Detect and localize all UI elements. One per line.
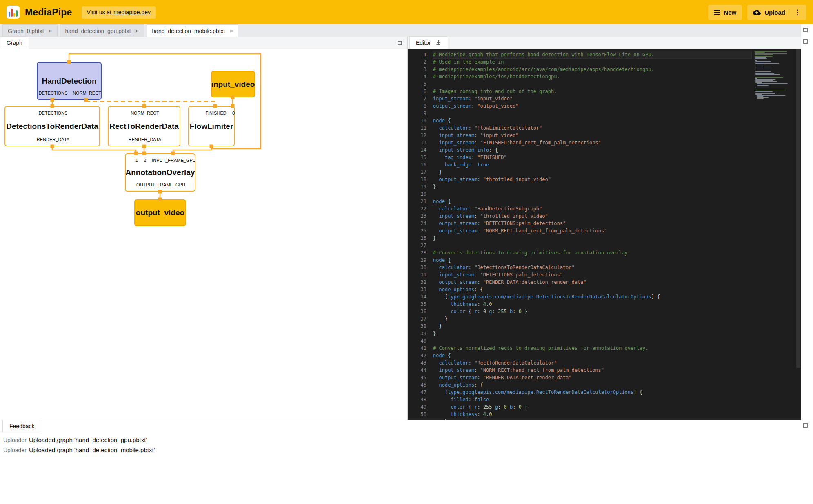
code-line: output_stream: "RENDER_DATA:rect_render_… — [433, 374, 751, 381]
mediapipe-logo-icon — [7, 6, 20, 19]
code-line: input_stream: "NORM_RECT:hand_rect_from_… — [433, 367, 751, 374]
line-number: 16 — [408, 161, 426, 168]
code-line: } — [433, 330, 751, 337]
line-number: 32 — [408, 279, 426, 286]
close-icon[interactable]: × — [229, 28, 233, 34]
editor-code[interactable]: # MediaPipe graph that performs hand det… — [433, 51, 751, 420]
graph-node-DetectionsToRenderData[interactable]: DetectionsToRenderDataDETECTIONSRENDER_D… — [4, 106, 100, 146]
graph-node-AnnotationOverlay[interactable]: AnnotationOverlay12INPUT_FRAME_GPUOUTPUT… — [125, 153, 195, 192]
line-number: 2 — [408, 58, 426, 66]
app-title: MediaPipe — [25, 7, 72, 18]
port-label: RENDER_DATA — [37, 137, 69, 142]
graph-node-RectToRenderData[interactable]: RectToRenderDataNORM_RECTRENDER_DATA — [108, 106, 180, 146]
code-line — [433, 190, 751, 198]
code-line — [433, 242, 751, 249]
line-number: 33 — [408, 286, 426, 293]
line-number: 27 — [408, 242, 426, 249]
minimap-line — [755, 71, 757, 71]
minimap-line — [757, 65, 766, 66]
line-number: 26 — [408, 234, 426, 242]
code-editor[interactable]: 1234567891011121314151617181920212223242… — [408, 49, 801, 420]
line-number: 43 — [408, 359, 426, 367]
graph-node-output_video[interactable]: output_video — [134, 199, 186, 226]
feedback-panel: Feedback UploaderUploaded graph 'hand_de… — [0, 420, 813, 504]
node-title: AnnotationOverlay — [126, 168, 195, 177]
kebab-menu-icon[interactable]: ⋮ — [790, 9, 801, 16]
minimap-line — [755, 51, 787, 52]
line-number: 45 — [408, 374, 426, 381]
minimap-line — [755, 71, 771, 72]
maximize-feedback-icon[interactable] — [803, 423, 808, 428]
code-line: output_stream: "throttled_input_video" — [433, 176, 751, 183]
line-number: 13 — [408, 139, 426, 146]
minimap-line — [755, 73, 771, 73]
new-button[interactable]: New — [708, 5, 742, 20]
editor-minimap[interactable] — [755, 51, 795, 100]
tab-graph[interactable]: Graph — [0, 36, 29, 49]
maximize-graph-icon[interactable] — [398, 41, 402, 45]
minimap-line — [757, 95, 785, 96]
code-line — [433, 337, 751, 345]
file-tab-label: hand_detection_gpu.pbtxt — [65, 28, 131, 34]
line-number: 18 — [408, 176, 426, 183]
code-line: # Converts normalized rects to drawing p… — [433, 345, 751, 352]
line-number: 23 — [408, 212, 426, 220]
code-line: # MediaPipe graph that performs hand det… — [433, 51, 751, 58]
minimap-line — [755, 53, 787, 54]
editor-scrollbar[interactable] — [795, 49, 801, 420]
line-number: 40 — [408, 337, 426, 345]
tab-editor[interactable]: Editor — [409, 36, 448, 49]
maximize-tabbar-icon[interactable] — [803, 28, 808, 32]
graph-panel-header: Graph — [0, 37, 407, 49]
code-line: tag_index: "FINISHED" — [433, 154, 751, 161]
code-line: color { r: 0 g: 255 b: 0 } — [433, 308, 751, 315]
code-line: input_stream: "input_video" — [433, 95, 751, 102]
minimap-line — [755, 60, 757, 61]
line-number: 37 — [408, 315, 426, 323]
code-line: input_stream: "throttled_input_video" — [433, 212, 751, 220]
code-line: thickness: 4.0 — [433, 301, 751, 308]
minimap-line — [755, 69, 755, 69]
upload-button[interactable]: Upload ⋮ — [747, 5, 806, 20]
line-number: 48 — [408, 396, 426, 403]
line-number: 49 — [408, 403, 426, 411]
graph-node-HandDetection[interactable]: HandDetectionDETECTIONSNORM_RECT — [37, 62, 102, 100]
code-line: } — [433, 323, 751, 330]
code-line: back_edge: true — [433, 161, 751, 168]
node-title: HandDetection — [42, 77, 96, 86]
maximize-editor-icon[interactable] — [803, 39, 808, 44]
graph-node-FlowLimiter[interactable]: FlowLimiterFINISHED0 — [188, 106, 235, 146]
graph-node-input_video[interactable]: input_video — [211, 71, 255, 97]
close-icon[interactable]: × — [136, 28, 139, 34]
line-number: 31 — [408, 271, 426, 279]
file-tab[interactable]: Graph_0.pbtxt× — [2, 24, 58, 37]
line-number: 35 — [408, 301, 426, 308]
cloud-upload-icon — [753, 9, 761, 16]
scrollbar-thumb[interactable] — [796, 49, 800, 368]
line-number: 21 — [408, 198, 426, 205]
minimap-line — [755, 61, 771, 62]
visit-chip: Visit us at mediapipe.dev — [82, 6, 156, 19]
visit-text: Visit us at — [87, 9, 111, 15]
code-line: } — [433, 183, 751, 190]
minimap-line — [755, 68, 772, 69]
code-line: [type.googleapis.com/mediapipe.Detection… — [433, 293, 751, 301]
close-icon[interactable]: × — [49, 28, 52, 34]
tab-feedback[interactable]: Feedback — [2, 420, 41, 432]
code-line: input_stream_info: { — [433, 146, 751, 154]
minimap-line — [757, 83, 788, 84]
download-icon[interactable] — [435, 40, 442, 46]
line-number: 11 — [408, 124, 426, 132]
minimap-line — [755, 94, 762, 95]
port-label: RENDER_DATA — [129, 137, 161, 142]
file-tab[interactable]: hand_detection_mobile.pbtxt× — [147, 24, 238, 37]
visit-link[interactable]: mediapipe.dev — [113, 9, 151, 15]
code-line: node { — [433, 352, 751, 359]
graph-canvas[interactable]: HandDetectionDETECTIONSNORM_RECTinput_vi… — [0, 49, 407, 420]
minimap-line — [755, 54, 773, 55]
file-tab[interactable]: hand_detection_gpu.pbtxt× — [60, 24, 144, 37]
minimap-line — [755, 80, 773, 81]
node-title: output_video — [136, 208, 184, 217]
code-line: calculator: "DetectionsToRenderDataCalcu… — [433, 264, 751, 271]
minimap-line — [755, 58, 767, 59]
